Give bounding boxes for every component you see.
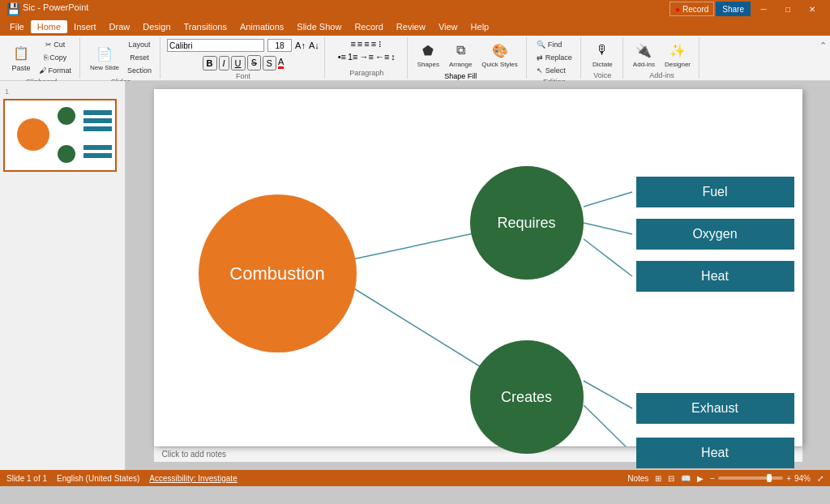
thumb-rect-3 [83,126,112,131]
reset-button[interactable]: Reset [124,52,155,63]
shadow-button[interactable]: S [263,56,276,70]
slide-canvas[interactable]: Combustion Requires Creates Fuel Oxygen … [154,89,802,446]
maximize-button[interactable]: □ [777,2,799,16]
minimize-button[interactable]: ─ [752,2,775,16]
align-center-icon[interactable]: ≡ [357,39,362,49]
heat2-rect[interactable]: Heat [636,438,794,468]
number-list-icon[interactable]: 1≡ [348,52,358,62]
requires-circle[interactable]: Requires [470,166,584,280]
zoom-slider[interactable] [718,476,783,480]
menu-file[interactable]: File [3,20,31,33]
title-bar-left: 💾 Sic - PowerPoint [6,2,88,15]
cut-button[interactable]: ✂ Cut [36,39,75,50]
fit-page-button[interactable]: ⤢ [817,474,824,483]
zoom-in-button[interactable]: + [786,474,791,483]
columns-icon[interactable]: ⫶ [378,39,383,49]
menu-help[interactable]: Help [464,20,496,33]
menu-review[interactable]: Review [390,20,432,33]
bold-button[interactable]: B [203,56,217,70]
font-size-input[interactable] [267,39,292,52]
addins-label: Add-ins [649,71,674,79]
zoom-level[interactable]: 94% [794,474,811,483]
ribbon-group-voice: 🎙 Dictate Voice [583,37,623,79]
section-button[interactable]: Section [124,65,155,76]
designer-button[interactable]: ✨ Designer [661,39,694,70]
accessibility-indicator[interactable]: Accessibility: Investigate [149,474,237,483]
strikethrough-button[interactable]: S̶ [247,55,261,70]
creates-circle[interactable]: Creates [470,340,584,454]
slide-area: Combustion Requires Creates Fuel Oxygen … [126,81,830,470]
find-button[interactable]: 🔍 Find [533,39,575,50]
exhaust-rect[interactable]: Exhaust [636,393,794,424]
heat1-rect[interactable]: Heat [636,261,794,292]
arrange-button[interactable]: ⧉ Arrange [446,39,475,70]
notes-button[interactable]: Notes [627,474,648,483]
format-painter-button[interactable]: 🖌 Format [36,65,75,76]
paragraph-label: Paragraph [349,69,383,77]
addins-button[interactable]: 🔌 Add-ins [630,39,658,70]
select-button[interactable]: ↖ Select [533,65,575,76]
thumb-rect-5 [83,153,112,158]
fuel-rect[interactable]: Fuel [636,177,794,207]
italic-button[interactable]: I [219,56,229,70]
shapes-button[interactable]: ⬟ Shapes [414,39,443,70]
justify-icon[interactable]: ≡ [371,39,376,49]
menu-slideshow[interactable]: Slide Show [290,20,348,33]
thumb-rect-4 [83,145,112,150]
dictate-button[interactable]: 🎙 Dictate [589,39,616,70]
reading-view-icon[interactable]: 📖 [681,474,691,483]
align-right-icon[interactable]: ≡ [364,39,369,49]
svg-line-4 [584,239,632,276]
underline-button[interactable]: U [231,56,246,70]
indent-less-icon[interactable]: ←≡ [375,52,389,62]
collapse-ribbon-button[interactable]: ⌃ [819,41,827,51]
presenter-view-icon[interactable]: ▶ [697,474,704,483]
combustion-circle[interactable]: Combustion [199,194,357,352]
bullet-list-icon[interactable]: •≡ [338,52,346,62]
replace-button[interactable]: ⇄ Replace [533,52,575,63]
menu-record[interactable]: Record [348,20,389,33]
quick-styles-button[interactable]: 🎨 Quick Styles [478,39,520,70]
title-bar-right: ● Record Share ─ □ ✕ [670,2,824,16]
status-right: Notes ⊞ ⊟ 📖 ▶ − + 94% ⤢ [627,474,824,483]
normal-view-icon[interactable]: ⊞ [655,474,661,483]
font-color-button[interactable]: A [278,57,284,69]
align-left-icon[interactable]: ≡ [350,39,355,49]
ribbon-group-font: A↑ A↓ B I U S̶ S A Font [162,37,325,79]
layout-button[interactable]: Layout [124,39,155,50]
copy-button[interactable]: ⎘ Copy [36,52,75,63]
title-bar: 💾 Sic - PowerPoint ● Record Share ─ □ ✕ [0,0,830,18]
share-button[interactable]: Share [716,2,751,16]
menu-view[interactable]: View [432,20,464,33]
decrease-font-icon[interactable]: A↓ [309,41,319,50]
menu-home[interactable]: Home [31,20,67,33]
paste-icon: 📋 [11,44,31,63]
menu-animations[interactable]: Animations [233,20,290,33]
font-name-input[interactable] [167,39,264,52]
zoom-out-button[interactable]: − [710,474,715,483]
paste-button[interactable]: 📋 Paste [8,42,34,74]
slide-info: Slide 1 of 1 [6,474,47,483]
new-slide-button[interactable]: 📄 New Slide [87,42,122,73]
close-button[interactable]: ✕ [801,2,824,16]
find-icon: 🔍 [537,41,545,49]
menu-design[interactable]: Design [136,20,177,33]
arrange-icon: ⧉ [451,41,470,60]
shape-fill-button[interactable]: Shape Fill [444,72,490,80]
slide-panel: 1 [0,81,126,470]
record-button[interactable]: ● Record [670,2,714,16]
line-spacing-icon[interactable]: ↕ [391,52,396,62]
menu-transitions[interactable]: Transitions [178,20,233,33]
slide-thumbnail[interactable] [3,99,117,172]
thumb-rect-2 [83,118,112,123]
increase-font-icon[interactable]: A↑ [295,41,306,50]
menu-insert[interactable]: Insert [67,20,103,33]
svg-line-2 [584,192,632,207]
app-title: Sic - PowerPoint [23,2,88,15]
oxygen-rect[interactable]: Oxygen [636,219,794,250]
thumb-main-circle [17,118,49,151]
slide-sorter-icon[interactable]: ⊟ [668,474,674,483]
zoom-thumb[interactable] [767,474,772,482]
indent-more-icon[interactable]: →≡ [359,52,373,62]
menu-draw[interactable]: Draw [103,20,137,33]
